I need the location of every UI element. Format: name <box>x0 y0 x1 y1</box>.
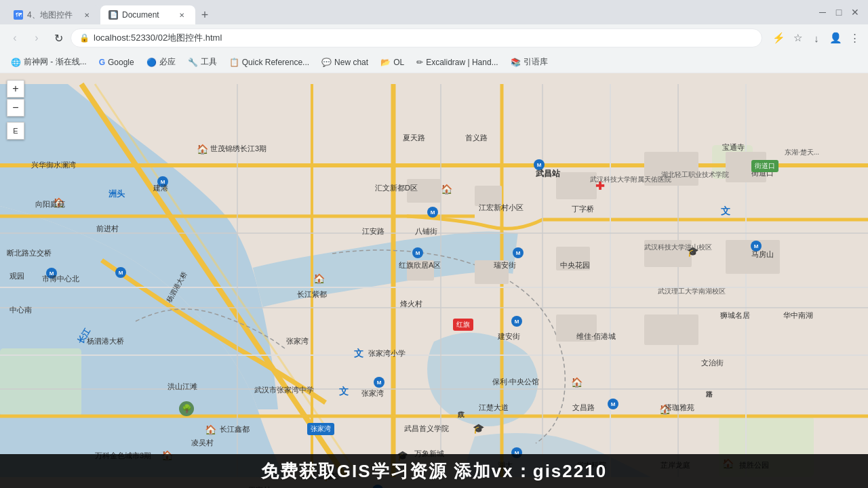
bookmark-icon-tools: 🔧 <box>188 58 198 67</box>
profile-icon[interactable]: 👤 <box>827 30 844 46</box>
url-bar[interactable]: 🔒 localhost:52330/02地图控件.html <box>71 28 762 47</box>
bookmark-icon[interactable]: ☆ <box>789 30 806 46</box>
tab-document[interactable]: 📄 Document ✕ <box>100 5 195 24</box>
svg-rect-14 <box>407 260 434 281</box>
settings-icon[interactable]: ⋮ <box>846 30 863 46</box>
minimize-button[interactable]: ─ <box>815 5 830 20</box>
hospital-icon: ✚ <box>595 180 604 192</box>
tab-title-1: 4、地图控件 <box>27 9 73 21</box>
bookmark-ol[interactable]: 📂 OL <box>375 56 410 69</box>
url-text: localhost:52330/02地图控件.html <box>94 32 753 44</box>
svg-rect-7 <box>556 247 590 270</box>
tab-title-2: Document <box>122 10 159 20</box>
bookmark-shenjwang[interactable]: 🌐 前神网 - 渐在线... <box>5 54 92 70</box>
map-controls: + − E <box>7 80 24 140</box>
school-icon-1: 文 <box>354 348 363 360</box>
svg-rect-4 <box>556 172 597 199</box>
window-controls: ─ □ ✕ <box>815 5 863 20</box>
bookmark-newchat[interactable]: 💬 New chat <box>316 56 374 69</box>
new-tab-button[interactable]: + <box>195 5 214 24</box>
browser-frame: 🗺 4、地图控件 ✕ 📄 Document ✕ + ─ □ ✕ ‹ › ↻ 🔒 … <box>0 0 868 488</box>
tab-close-2[interactable]: ✕ <box>176 9 187 20</box>
grad-icon-4: 🎓 <box>687 246 698 257</box>
bookmark-icon-bing: 🔵 <box>146 58 157 67</box>
tab-map-control[interactable]: 🗺 4、地图控件 ✕ <box>5 5 100 24</box>
green-tree-marker: 🌳 <box>179 401 194 416</box>
bookmarks-bar: 🌐 前神网 - 渐在线... G Google 🔵 必应 🔧 工具 📋 Quic… <box>0 52 868 73</box>
street-badge-jiedaokou: 街道口 <box>751 160 778 172</box>
zoom-in-button[interactable]: + <box>7 80 24 98</box>
svg-rect-5 <box>644 152 698 186</box>
bookmark-excalidraw[interactable]: ✏ Excalidraw | Hand... <box>411 56 504 69</box>
tab-icon-2: 📄 <box>108 10 118 20</box>
bookmark-icon-shenjwang: 🌐 <box>11 58 21 67</box>
map-container[interactable]: + − E 🏠 🏠 🏠 🏠 🏠 🏠 🏠 🏠 🏠 M M M M M M M M … <box>0 73 868 488</box>
street-badge-hongqi: 红旗 <box>453 319 473 331</box>
svg-rect-10 <box>556 314 597 342</box>
svg-rect-12 <box>407 179 441 203</box>
bookmark-icon-excalidraw: ✏ <box>416 58 423 67</box>
svg-rect-9 <box>726 240 780 274</box>
zoom-out-button[interactable]: − <box>7 99 24 117</box>
bookmark-quickref[interactable]: 📋 Quick Reference... <box>224 56 315 69</box>
bookmark-tools[interactable]: 🔧 工具 <box>182 54 222 70</box>
reload-button[interactable]: ↻ <box>49 28 68 47</box>
svg-rect-8 <box>644 240 692 267</box>
tab-icon-1: 🗺 <box>14 10 23 20</box>
bookmark-icon-yinyuku: 📚 <box>511 58 521 67</box>
layer-toggle-button[interactable]: E <box>7 122 24 140</box>
bookmark-bing[interactable]: 🔵 必应 <box>141 54 181 70</box>
close-button[interactable]: ✕ <box>848 5 863 20</box>
bookmark-google[interactable]: G Google <box>94 56 140 69</box>
map-svg <box>0 73 868 488</box>
address-icons: ⚡ ☆ ↓ 👤 ⋮ <box>770 30 863 46</box>
school-icon-2: 文 <box>339 386 349 398</box>
lock-icon: 🔒 <box>79 33 90 43</box>
grad-icon-1: 🎓 <box>473 423 484 434</box>
bottom-banner-text: 免费获取GIS学习资源 添加vx：gis2210 <box>261 460 607 483</box>
bookmark-icon-ol: 📂 <box>380 58 391 67</box>
school-icon-3: 文 <box>721 205 730 218</box>
bookmark-icon-newchat: 💬 <box>321 58 332 67</box>
tab-strip: 🗺 4、地图控件 ✕ 📄 Document ✕ + <box>5 0 807 24</box>
tab-close-1[interactable]: ✕ <box>81 9 92 20</box>
back-button[interactable]: ‹ <box>5 28 24 47</box>
svg-rect-11 <box>644 314 698 345</box>
bookmark-yinyuku[interactable]: 📚 引语库 <box>505 54 553 70</box>
title-bar: 🗺 4、地图控件 ✕ 📄 Document ✕ + ─ □ ✕ <box>0 0 868 24</box>
svg-rect-1 <box>0 348 81 416</box>
forward-button[interactable]: › <box>27 28 46 47</box>
download-icon[interactable]: ↓ <box>808 30 825 46</box>
svg-rect-15 <box>475 260 509 284</box>
address-bar: ‹ › ↻ 🔒 localhost:52330/02地图控件.html ⚡ ☆ … <box>0 24 868 52</box>
bookmark-icon-google: G <box>99 58 105 67</box>
maximize-button[interactable]: □ <box>831 5 846 20</box>
bookmark-icon-quickref: 📋 <box>229 58 239 67</box>
bottom-banner: 免费获取GIS学习资源 添加vx：gis2210 <box>0 454 868 488</box>
svg-rect-13 <box>475 186 502 206</box>
extensions-icon[interactable]: ⚡ <box>770 30 787 46</box>
